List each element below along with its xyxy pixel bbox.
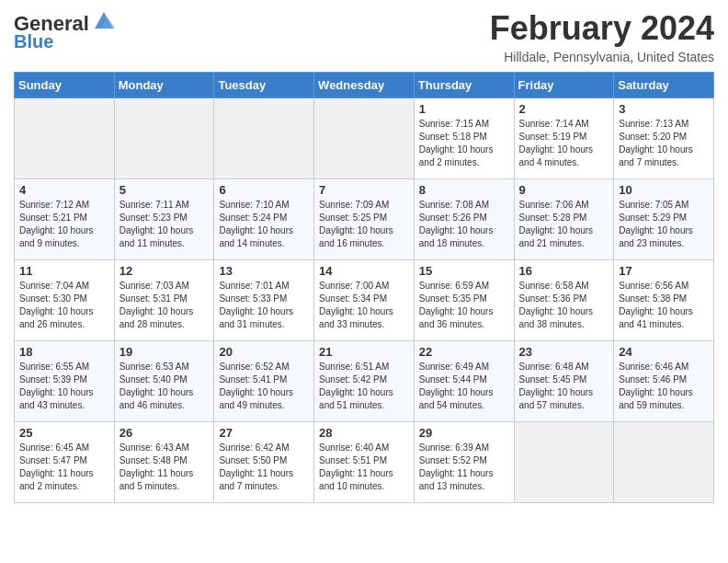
day-info: Sunrise: 6:52 AM Sunset: 5:41 PM Dayligh… [219, 361, 309, 412]
day-number: 26 [119, 426, 210, 440]
day-number: 10 [619, 183, 709, 197]
calendar-cell [514, 422, 614, 503]
calendar-week-2: 4Sunrise: 7:12 AM Sunset: 5:21 PM Daylig… [15, 179, 714, 260]
day-number: 3 [619, 102, 709, 116]
day-info: Sunrise: 7:04 AM Sunset: 5:30 PM Dayligh… [19, 280, 109, 331]
day-info: Sunrise: 6:49 AM Sunset: 5:44 PM Dayligh… [419, 361, 509, 412]
day-info: Sunrise: 6:46 AM Sunset: 5:46 PM Dayligh… [619, 361, 709, 412]
day-info: Sunrise: 7:10 AM Sunset: 5:24 PM Dayligh… [219, 199, 309, 250]
day-info: Sunrise: 7:15 AM Sunset: 5:18 PM Dayligh… [419, 118, 509, 169]
day-number: 6 [219, 183, 309, 197]
calendar-cell [114, 98, 214, 179]
calendar-cell: 25Sunrise: 6:45 AM Sunset: 5:47 PM Dayli… [15, 422, 115, 503]
day-header-tuesday: Tuesday [214, 73, 314, 98]
calendar-cell [614, 422, 714, 503]
day-number: 13 [219, 264, 309, 278]
calendar-cell: 20Sunrise: 6:52 AM Sunset: 5:41 PM Dayli… [214, 341, 314, 422]
day-info: Sunrise: 7:13 AM Sunset: 5:20 PM Dayligh… [619, 118, 709, 169]
day-number: 17 [619, 264, 709, 278]
day-info: Sunrise: 7:12 AM Sunset: 5:21 PM Dayligh… [19, 199, 109, 250]
logo: General Blue [14, 13, 117, 52]
day-number: 18 [19, 345, 109, 359]
day-number: 27 [219, 426, 309, 440]
calendar-cell: 8Sunrise: 7:08 AM Sunset: 5:26 PM Daylig… [414, 179, 514, 260]
day-info: Sunrise: 6:51 AM Sunset: 5:42 PM Dayligh… [319, 361, 409, 412]
day-number: 23 [519, 345, 609, 359]
calendar-week-5: 25Sunrise: 6:45 AM Sunset: 5:47 PM Dayli… [15, 422, 714, 503]
calendar-cell: 22Sunrise: 6:49 AM Sunset: 5:44 PM Dayli… [414, 341, 514, 422]
day-number: 29 [419, 426, 509, 440]
calendar-cell: 15Sunrise: 6:59 AM Sunset: 5:35 PM Dayli… [414, 260, 514, 341]
calendar-cell: 19Sunrise: 6:53 AM Sunset: 5:40 PM Dayli… [114, 341, 214, 422]
calendar-cell: 13Sunrise: 7:01 AM Sunset: 5:33 PM Dayli… [214, 260, 314, 341]
header: General Blue February 2024 Hilldale, Pen… [14, 9, 714, 64]
day-number: 1 [419, 102, 509, 116]
day-number: 25 [19, 426, 109, 440]
calendar-cell: 23Sunrise: 6:48 AM Sunset: 5:45 PM Dayli… [514, 341, 614, 422]
calendar-cell: 6Sunrise: 7:10 AM Sunset: 5:24 PM Daylig… [214, 179, 314, 260]
day-info: Sunrise: 6:55 AM Sunset: 5:39 PM Dayligh… [19, 361, 109, 412]
day-header-monday: Monday [114, 73, 214, 98]
calendar-week-1: 1Sunrise: 7:15 AM Sunset: 5:18 PM Daylig… [15, 98, 714, 179]
day-header-sunday: Sunday [15, 73, 115, 98]
day-info: Sunrise: 6:40 AM Sunset: 5:51 PM Dayligh… [319, 442, 409, 493]
day-number: 9 [519, 183, 609, 197]
day-header-thursday: Thursday [414, 73, 514, 98]
day-info: Sunrise: 7:06 AM Sunset: 5:28 PM Dayligh… [519, 199, 609, 250]
month-title: February 2024 [490, 9, 714, 48]
day-number: 4 [19, 183, 109, 197]
day-info: Sunrise: 6:39 AM Sunset: 5:52 PM Dayligh… [419, 442, 509, 493]
day-number: 24 [619, 345, 709, 359]
day-number: 14 [319, 264, 409, 278]
day-header-friday: Friday [514, 73, 614, 98]
title-area: February 2024 Hilldale, Pennsylvania, Un… [490, 9, 714, 64]
calendar-cell: 27Sunrise: 6:42 AM Sunset: 5:50 PM Dayli… [214, 422, 314, 503]
day-info: Sunrise: 7:00 AM Sunset: 5:34 PM Dayligh… [319, 280, 409, 331]
day-number: 5 [119, 183, 210, 197]
day-info: Sunrise: 6:53 AM Sunset: 5:40 PM Dayligh… [119, 361, 210, 412]
day-info: Sunrise: 6:45 AM Sunset: 5:47 PM Dayligh… [19, 442, 109, 493]
calendar-week-3: 11Sunrise: 7:04 AM Sunset: 5:30 PM Dayli… [15, 260, 714, 341]
calendar-body: 1Sunrise: 7:15 AM Sunset: 5:18 PM Daylig… [15, 98, 714, 503]
day-info: Sunrise: 7:11 AM Sunset: 5:23 PM Dayligh… [119, 199, 210, 250]
day-info: Sunrise: 7:08 AM Sunset: 5:26 PM Dayligh… [419, 199, 509, 250]
day-number: 15 [419, 264, 509, 278]
day-info: Sunrise: 6:42 AM Sunset: 5:50 PM Dayligh… [219, 442, 309, 493]
day-info: Sunrise: 7:05 AM Sunset: 5:29 PM Dayligh… [619, 199, 709, 250]
calendar-cell: 4Sunrise: 7:12 AM Sunset: 5:21 PM Daylig… [15, 179, 115, 260]
day-number: 12 [119, 264, 210, 278]
day-number: 16 [519, 264, 609, 278]
day-number: 19 [119, 345, 210, 359]
calendar-cell: 24Sunrise: 6:46 AM Sunset: 5:46 PM Dayli… [614, 341, 714, 422]
day-info: Sunrise: 6:48 AM Sunset: 5:45 PM Dayligh… [519, 361, 609, 412]
day-number: 11 [19, 264, 109, 278]
day-number: 28 [319, 426, 409, 440]
calendar-week-4: 18Sunrise: 6:55 AM Sunset: 5:39 PM Dayli… [15, 341, 714, 422]
calendar-cell: 14Sunrise: 7:00 AM Sunset: 5:34 PM Dayli… [314, 260, 415, 341]
day-info: Sunrise: 6:58 AM Sunset: 5:36 PM Dayligh… [519, 280, 609, 331]
day-number: 22 [419, 345, 509, 359]
calendar-cell: 17Sunrise: 6:56 AM Sunset: 5:38 PM Dayli… [614, 260, 714, 341]
calendar-cell: 12Sunrise: 7:03 AM Sunset: 5:31 PM Dayli… [114, 260, 214, 341]
calendar-cell: 28Sunrise: 6:40 AM Sunset: 5:51 PM Dayli… [314, 422, 415, 503]
day-number: 20 [219, 345, 309, 359]
calendar-cell: 5Sunrise: 7:11 AM Sunset: 5:23 PM Daylig… [114, 179, 214, 260]
calendar-cell: 21Sunrise: 6:51 AM Sunset: 5:42 PM Dayli… [314, 341, 415, 422]
day-header-wednesday: Wednesday [314, 73, 415, 98]
calendar-cell: 1Sunrise: 7:15 AM Sunset: 5:18 PM Daylig… [414, 98, 514, 179]
calendar-cell [15, 98, 115, 179]
day-info: Sunrise: 7:03 AM Sunset: 5:31 PM Dayligh… [119, 280, 210, 331]
location: Hilldale, Pennsylvania, United States [490, 50, 714, 64]
calendar-cell: 2Sunrise: 7:14 AM Sunset: 5:19 PM Daylig… [514, 98, 614, 179]
calendar-cell: 26Sunrise: 6:43 AM Sunset: 5:48 PM Dayli… [114, 422, 214, 503]
calendar-table: SundayMondayTuesdayWednesdayThursdayFrid… [14, 72, 714, 503]
calendar-cell [314, 98, 415, 179]
calendar-cell: 29Sunrise: 6:39 AM Sunset: 5:52 PM Dayli… [414, 422, 514, 503]
calendar-cell: 7Sunrise: 7:09 AM Sunset: 5:25 PM Daylig… [314, 179, 415, 260]
calendar-cell: 9Sunrise: 7:06 AM Sunset: 5:28 PM Daylig… [514, 179, 614, 260]
calendar-cell: 16Sunrise: 6:58 AM Sunset: 5:36 PM Dayli… [514, 260, 614, 341]
day-info: Sunrise: 7:09 AM Sunset: 5:25 PM Dayligh… [319, 199, 409, 250]
day-number: 8 [419, 183, 509, 197]
day-info: Sunrise: 7:14 AM Sunset: 5:19 PM Dayligh… [519, 118, 609, 169]
day-info: Sunrise: 7:01 AM Sunset: 5:33 PM Dayligh… [219, 280, 309, 331]
